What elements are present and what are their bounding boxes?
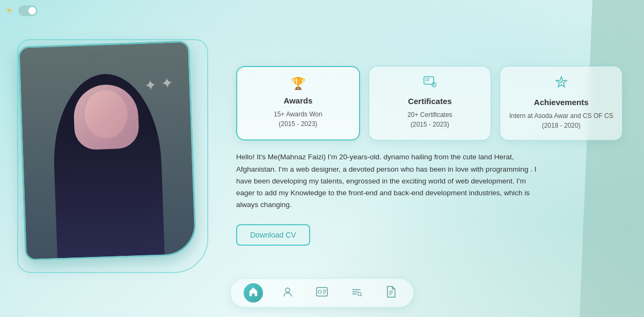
- svg-line-11: [361, 295, 362, 296]
- download-cv-button[interactable]: Download CV: [236, 224, 310, 246]
- stat-card-awards: 🏆 Awards 15+ Awards Won (2015 - 2023): [236, 66, 360, 141]
- resume-icon: [386, 286, 396, 300]
- sun-icon: ☀: [5, 6, 15, 16]
- awards-detail: 15+ Awards Won (2015 - 2023): [246, 109, 350, 129]
- certificates-title: Certificates: [378, 97, 482, 106]
- nav-item-profile[interactable]: [278, 283, 297, 303]
- certificates-detail: 20+ Certificates (2015 - 2023): [378, 110, 482, 129]
- profile-photo-card: ✦ ✦: [18, 40, 197, 261]
- skills-icon: [351, 286, 362, 300]
- photo-wrapper: ✦ ✦: [21, 43, 204, 269]
- svg-point-4: [286, 288, 290, 292]
- nav-item-skills[interactable]: [347, 283, 366, 303]
- theme-toggle[interactable]: [18, 5, 38, 16]
- person-icon: [282, 286, 293, 300]
- toggle-thumb: [28, 7, 36, 14]
- bio-text: Hello! It's Me(Mahnaz Faizi) I'm 20-year…: [236, 151, 537, 211]
- home-icon: [248, 286, 259, 300]
- awards-title: Awards: [246, 96, 350, 105]
- hair-overlay: [73, 83, 140, 150]
- id-card-icon: [316, 287, 328, 299]
- nav-item-idcard[interactable]: [312, 283, 332, 303]
- trophy-icon: 🏆: [246, 77, 350, 91]
- stats-row: 🏆 Awards 15+ Awards Won (2015 - 2023): [236, 66, 623, 141]
- top-bar: ☀: [5, 5, 38, 16]
- wall-writing: ✦ ✦: [143, 73, 174, 94]
- nav-item-resume[interactable]: [381, 283, 400, 303]
- main-container: ✦ ✦ 🏆 Awards 15+ Awards Won (2015 - 2023…: [0, 27, 644, 285]
- achievements-icon: [509, 76, 613, 92]
- bottom-nav: [230, 278, 414, 307]
- nav-item-home[interactable]: [244, 283, 263, 303]
- achievements-detail: Intern at Asoda Awar and CS OF CS (2018 …: [509, 111, 613, 130]
- svg-point-6: [318, 290, 321, 293]
- content-area: 🏆 Awards 15+ Awards Won (2015 - 2023): [236, 66, 623, 245]
- stat-card-achievements: Achievements Intern at Asoda Awar and CS…: [500, 66, 623, 141]
- stat-card-certificates: Certificates 20+ Certificates (2015 - 20…: [369, 66, 492, 141]
- certificate-icon: [378, 76, 482, 91]
- achievements-title: Achievements: [509, 98, 613, 107]
